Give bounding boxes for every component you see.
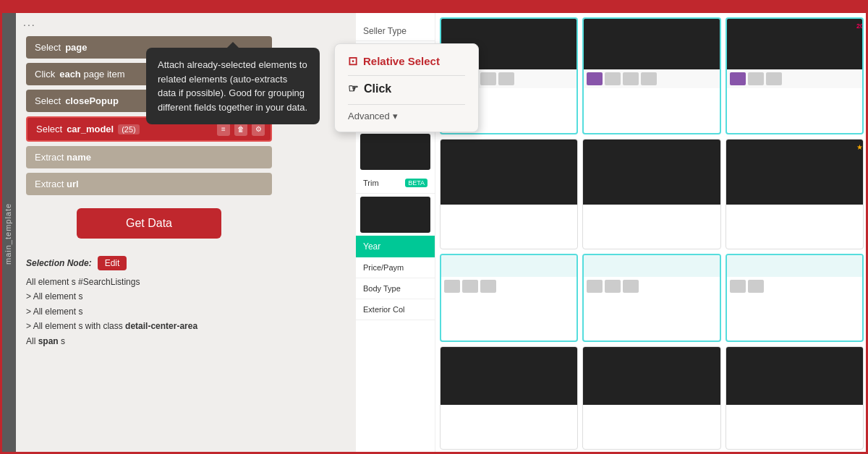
popup-divider — [348, 75, 465, 76]
car-ctrl-2c[interactable] — [641, 72, 657, 85]
click-label: Click — [364, 82, 391, 95]
settings-icon[interactable]: ⚙ — [252, 123, 265, 136]
dots-icon: ··· — [23, 19, 36, 30]
year-ctrl-1c[interactable] — [480, 280, 496, 293]
car-img-4 — [441, 140, 577, 205]
top-bar — [0, 0, 868, 13]
tooltip-box: Attach already-selected elements to rela… — [146, 48, 320, 124]
filter-body-type[interactable]: Body Type — [356, 278, 435, 299]
car-grid: ↖ — [435, 13, 868, 454]
selection-node-label: Selection Node: — [26, 258, 92, 268]
sidebar-tab: main_template — [0, 13, 16, 454]
car-img-2 — [584, 19, 719, 69]
value-close: closePopup — [65, 95, 119, 106]
contactless-img — [360, 134, 430, 170]
car-card-12[interactable] — [726, 346, 864, 450]
popup-divider-2 — [348, 104, 465, 105]
node-line-3: > All element s — [26, 304, 346, 319]
car-model-badge: (25) — [118, 124, 140, 134]
car-price-img-2 — [583, 347, 720, 405]
car-controls-2 — [584, 69, 719, 88]
list-icon[interactable]: ≡ — [217, 123, 230, 136]
advanced-label: Advanced — [348, 111, 390, 121]
car-ctrl-2b[interactable] — [623, 72, 639, 85]
car-card-8[interactable] — [582, 254, 720, 342]
keyword-extract-name: Extract — [35, 152, 64, 163]
filter-price[interactable]: Price/Paym — [356, 257, 435, 278]
car-ctrl-3b[interactable] — [766, 72, 782, 85]
keyword-select-car: Select — [36, 124, 62, 134]
car-card-3[interactable]: 20 — [726, 17, 864, 134]
car-ctrl-1c[interactable] — [498, 72, 514, 85]
car-card-7[interactable] — [440, 254, 578, 342]
car-ctrl-1b[interactable] — [480, 72, 496, 85]
car-img-5 — [583, 140, 720, 205]
car-controls-3 — [727, 69, 862, 88]
delete-icon[interactable]: 🗑 — [234, 123, 247, 136]
car-year-controls-2 — [584, 277, 719, 296]
trim-img — [360, 197, 430, 233]
car-card-6[interactable]: ★ — [726, 139, 864, 250]
car-img-6 — [726, 140, 863, 205]
relative-select-icon: ⊡ — [348, 54, 357, 68]
year-ctrl-2b[interactable] — [605, 280, 621, 293]
pipeline-item-extract-name[interactable]: Extract name — [26, 146, 272, 168]
value-name: name — [67, 152, 91, 163]
year-ctrl-1a[interactable] — [444, 280, 460, 293]
value-url: url — [67, 179, 79, 189]
car-card-11[interactable] — [582, 346, 720, 450]
year-ctrl-3b[interactable] — [748, 280, 764, 293]
filter-body-label: Body Type — [363, 284, 401, 293]
car-card-9[interactable] — [726, 254, 864, 342]
left-panel: ··· Select page Click each page item Sel… — [16, 13, 356, 454]
selection-node: Selection Node: Edit All element s #Sear… — [26, 256, 346, 348]
keyword-click: Click — [35, 69, 55, 80]
filter-price-label: Price/Paym — [363, 263, 404, 272]
car-year-frame-2 — [584, 255, 719, 277]
trim-beta-badge: BETA — [405, 179, 427, 187]
selection-node-title: Selection Node: Edit — [26, 256, 346, 270]
tooltip-text: Attach already-selected elements to rela… — [158, 59, 307, 113]
filter-trim[interactable]: Trim BETA — [356, 173, 435, 194]
keyword-extract-url: Extract — [35, 179, 64, 189]
filter-seller-type[interactable]: Seller Type — [356, 19, 435, 41]
year-ctrl-2c[interactable] — [623, 280, 639, 293]
value-car-model: car_model — [67, 124, 114, 134]
car-ctrl-3a[interactable] — [748, 72, 764, 85]
car-price-img-1 — [441, 347, 577, 405]
car-ctrl-purple-3[interactable] — [730, 72, 746, 85]
car-card-2[interactable] — [582, 17, 720, 134]
pipeline-item-extract-url[interactable]: Extract url — [26, 173, 272, 195]
filter-year[interactable]: Year — [356, 236, 435, 257]
year-ctrl-2a[interactable] — [587, 280, 603, 293]
car-year-controls-3 — [727, 277, 862, 296]
keyword-select-close: Select — [35, 95, 61, 106]
popup-panel: ⊡ Relative Select ☞ Click Advanced ▾ — [334, 43, 479, 132]
node-line-2: > All element s — [26, 289, 346, 304]
keyword-select-page: Select — [35, 42, 61, 53]
car-ctrl-2a[interactable] — [605, 72, 621, 85]
relative-select-label: Relative Select — [363, 55, 440, 67]
year-ctrl-3a[interactable] — [730, 280, 746, 293]
edit-button[interactable]: Edit — [98, 256, 127, 270]
car-year-frame-3 — [727, 255, 862, 277]
value-page: page — [65, 42, 87, 53]
advanced-toggle[interactable]: Advanced ▾ — [348, 111, 465, 121]
year-ctrl-1b[interactable] — [462, 280, 478, 293]
popup-click-row[interactable]: ☞ Click — [348, 82, 465, 95]
car-card-10[interactable] — [440, 346, 578, 450]
number-badge-1: 20 — [856, 22, 864, 30]
chevron-down-icon: ▾ — [393, 111, 398, 121]
node-line-1: All element s #SearchListings — [26, 275, 346, 289]
car-card-4[interactable] — [440, 139, 578, 250]
node-line-5: All span s — [26, 334, 346, 348]
pipeline-item-icons: ≡ 🗑 ⚙ — [217, 123, 265, 136]
car-card-5[interactable] — [582, 139, 720, 250]
get-data-button[interactable]: Get Data — [77, 208, 221, 239]
sidebar-label: main_template — [4, 202, 12, 264]
filter-exterior[interactable]: Exterior Col — [356, 299, 435, 320]
each-label: each page item — [59, 69, 124, 80]
car-ctrl-purple-2[interactable] — [587, 72, 603, 85]
click-hand-icon: ☞ — [348, 82, 358, 95]
car-year-controls-1 — [441, 277, 576, 296]
